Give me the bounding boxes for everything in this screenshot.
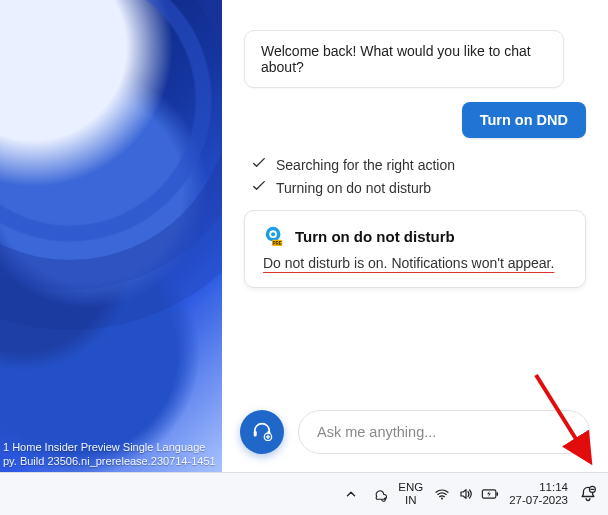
- status-text: Searching for the right action: [276, 157, 455, 173]
- bot-message-text: Welcome back! What would you like to cha…: [261, 43, 531, 75]
- clock-date[interactable]: 11:14 27-07-2023: [509, 481, 568, 507]
- chat-message-list: Welcome back! What would you like to cha…: [222, 0, 608, 400]
- user-message-text: Turn on DND: [480, 112, 568, 128]
- language-region: IN: [398, 494, 423, 507]
- svg-point-8: [441, 498, 443, 500]
- language-indicator[interactable]: ENG IN: [398, 481, 423, 507]
- headset-plus-icon: [251, 419, 273, 445]
- chat-input-row: [222, 400, 608, 472]
- desktop-wallpaper: 1 Home Insider Preview Single Language p…: [0, 0, 222, 472]
- user-message: Turn on DND: [462, 102, 586, 138]
- network-volume-battery-cluster[interactable]: [433, 485, 499, 503]
- status-text: Turning on do not disturb: [276, 180, 431, 196]
- chat-input-container[interactable]: [298, 410, 590, 454]
- svg-rect-5: [254, 431, 257, 437]
- language-code: ENG: [398, 481, 423, 494]
- settings-suggestion-icon: PRE: [263, 225, 285, 247]
- status-line: Turning on do not disturb: [252, 179, 586, 196]
- watermark-line-1: 1 Home Insider Preview Single Language: [3, 440, 216, 454]
- svg-text:PRE: PRE: [272, 241, 281, 246]
- new-topic-button[interactable]: [240, 410, 284, 454]
- battery-charging-icon: [481, 485, 499, 503]
- taskbar: ENG IN: [0, 472, 608, 515]
- onedrive-sync-icon[interactable]: [370, 485, 388, 503]
- status-line: Searching for the right action: [252, 156, 586, 173]
- svg-point-2: [271, 232, 275, 236]
- bot-message: Welcome back! What would you like to cha…: [244, 30, 564, 88]
- volume-icon: [457, 485, 475, 503]
- action-result-card: PRE Turn on do not disturb Do not distur…: [244, 210, 586, 288]
- notification-dnd-icon[interactable]: [578, 485, 598, 503]
- svg-rect-10: [497, 492, 499, 496]
- system-tray: ENG IN: [342, 481, 598, 507]
- windows-build-watermark: 1 Home Insider Preview Single Language p…: [3, 440, 216, 468]
- clock-time: 11:14: [509, 481, 568, 494]
- copilot-chat-panel: Welcome back! What would you like to cha…: [222, 0, 608, 472]
- tray-overflow-chevron-icon[interactable]: [342, 485, 360, 503]
- check-icon: [252, 179, 266, 196]
- chat-input[interactable]: [317, 424, 571, 440]
- clock-date-text: 27-07-2023: [509, 494, 568, 507]
- watermark-line-2: py. Build 23506.ni_prerelease.230714-145…: [3, 454, 216, 468]
- result-description: Do not disturb is on. Notifications won'…: [263, 255, 567, 271]
- wifi-icon: [433, 485, 451, 503]
- check-icon: [252, 156, 266, 173]
- result-title: Turn on do not disturb: [295, 228, 455, 245]
